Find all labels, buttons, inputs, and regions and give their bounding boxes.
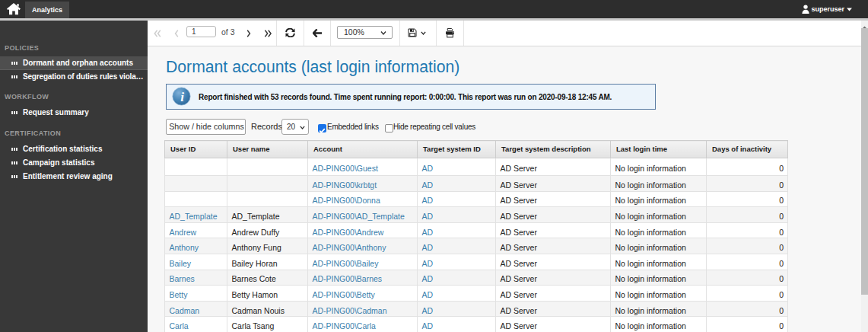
svg-text:i: i — [180, 90, 184, 104]
